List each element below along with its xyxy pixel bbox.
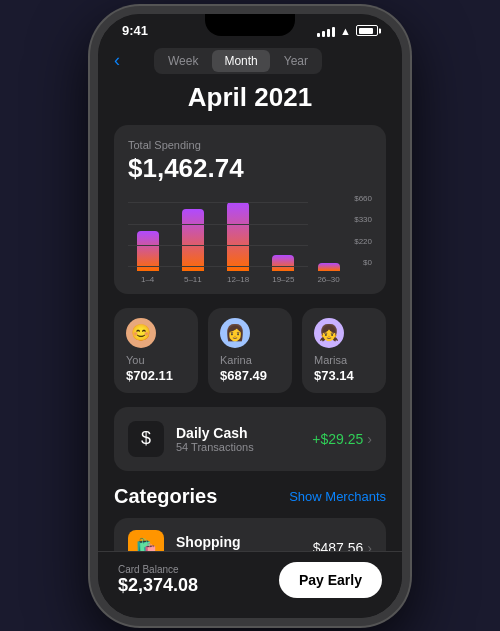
category-name: Shopping	[176, 534, 254, 550]
daily-cash-card[interactable]: $ Daily Cash 54 Transactions +$29.25 ›	[114, 407, 386, 471]
person-card[interactable]: 👩Karina$687.49	[208, 308, 292, 393]
bottom-bar: Card Balance $2,374.08 Pay Early	[98, 551, 402, 618]
nav-bar: ‹ Week Month Year	[98, 44, 402, 82]
chart-total-label: Total Spending	[128, 139, 372, 151]
show-merchants-button[interactable]: Show Merchants	[289, 489, 386, 504]
status-icons: ▲	[317, 25, 378, 37]
chart-bar	[227, 202, 249, 270]
daily-cash-transactions: 54 Transactions	[176, 441, 254, 453]
avatar: 👩	[220, 318, 250, 348]
person-name: Marisa	[314, 354, 347, 366]
notch	[205, 14, 295, 36]
chart-y-label: $660	[354, 194, 372, 203]
battery-icon	[356, 25, 378, 36]
chart-bar	[137, 231, 159, 271]
person-name: Karina	[220, 354, 252, 366]
chart-bar	[182, 209, 204, 270]
tab-month[interactable]: Month	[212, 50, 269, 72]
cash-icon: $	[128, 421, 164, 457]
chevron-right-icon: ›	[367, 431, 372, 447]
avatar: 😊	[126, 318, 156, 348]
chart-bar-group: 19–25	[264, 255, 303, 284]
chart-bar-label: 26–30	[317, 275, 339, 284]
categories-header: Categories Show Merchants	[114, 485, 386, 508]
segmented-control: Week Month Year	[154, 48, 322, 74]
chart-bar-label: 19–25	[272, 275, 294, 284]
wifi-icon: ▲	[340, 25, 351, 37]
categories-title: Categories	[114, 485, 217, 508]
phone-frame: 9:41 ▲ ‹ Week Month Year	[90, 6, 410, 626]
chart-bar-group: 5–11	[173, 209, 212, 283]
phone-screen: 9:41 ▲ ‹ Week Month Year	[98, 14, 402, 618]
card-balance-label: Card Balance	[118, 564, 198, 575]
chart-bars: 1–45–1112–1819–2526–30	[128, 202, 348, 283]
chart-y-label: $220	[354, 237, 372, 246]
page-title: April 2021	[114, 82, 386, 113]
person-amount: $73.14	[314, 368, 354, 383]
main-content: April 2021 Total Spending $1,462.74 1–	[98, 82, 402, 596]
person-name: You	[126, 354, 145, 366]
card-balance-amount: $2,374.08	[118, 575, 198, 596]
daily-cash-amount: +$29.25	[312, 431, 363, 447]
signal-icon	[317, 25, 335, 37]
person-card[interactable]: 😊You$702.11	[114, 308, 198, 393]
chart-bar-group: 1–4	[128, 231, 167, 284]
chart-total-amount: $1,462.74	[128, 153, 372, 184]
chart-bar	[272, 255, 294, 271]
daily-cash-title: Daily Cash	[176, 425, 254, 441]
person-card[interactable]: 👧Marisa$73.14	[302, 308, 386, 393]
status-time: 9:41	[122, 23, 148, 38]
chart-bar	[318, 263, 340, 270]
pay-early-button[interactable]: Pay Early	[279, 562, 382, 598]
people-row: 😊You$702.11👩Karina$687.49👧Marisa$73.14	[114, 308, 386, 393]
chart-bar-label: 5–11	[184, 275, 202, 284]
chart-bar-label: 12–18	[227, 275, 249, 284]
chart-bar-group: 12–18	[218, 202, 257, 283]
avatar: 👧	[314, 318, 344, 348]
tab-week[interactable]: Week	[156, 50, 210, 72]
chart-y-label: $330	[354, 215, 372, 224]
chart-bar-label: 1–4	[141, 275, 154, 284]
chart-y-axis: $660$330$220$0	[354, 194, 372, 284]
back-button[interactable]: ‹	[114, 50, 120, 71]
chart-bar-group: 26–30	[309, 263, 348, 283]
person-amount: $702.11	[126, 368, 173, 383]
person-amount: $687.49	[220, 368, 267, 383]
tab-year[interactable]: Year	[272, 50, 320, 72]
chart-card: Total Spending $1,462.74 1–45–1112–1819–…	[114, 125, 386, 294]
chart-y-label: $0	[363, 258, 372, 267]
